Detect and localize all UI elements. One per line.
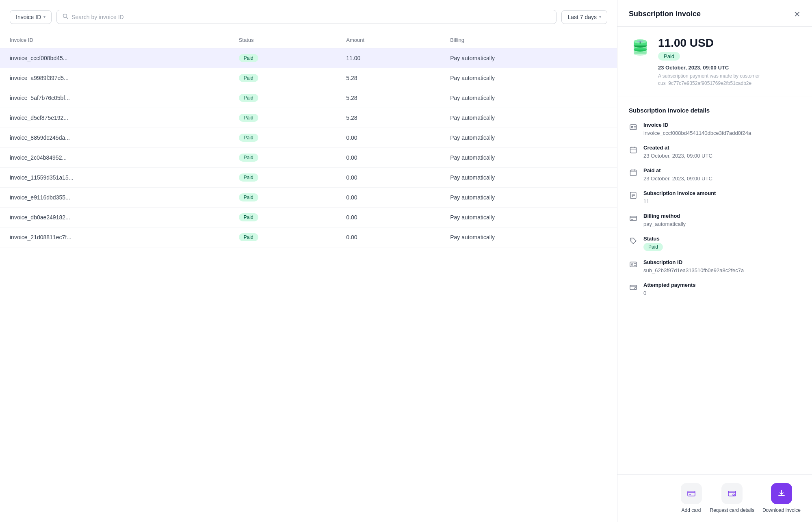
cell-billing: Pay automatically [440,88,617,108]
svg-point-12 [631,126,633,128]
detail-value-7: 0 [643,290,646,296]
detail-label-1: Created at [643,145,801,151]
chevron-down-icon-2: ▾ [599,15,601,19]
cell-amount: 5.28 [336,88,440,108]
col-header-id: Invoice ID [0,32,229,48]
action-bar: Add card Request card details Download i… [617,474,812,522]
add-card-icon [681,483,702,504]
cell-status: Paid [229,188,337,208]
svg-point-43 [733,494,734,496]
detail-label-0: Invoice ID [643,122,801,128]
cell-invoice-id: invoice_11559d351a15... [0,168,229,188]
date-range-label: Last 7 days [567,14,597,20]
detail-row-3: Subscription invoice amount 11 [629,190,801,205]
table-header-row: Invoice ID Status Amount Billing [0,32,617,48]
search-box [56,10,556,24]
detail-icon-tag [629,236,638,245]
detail-value-4: pay_automatically [643,221,686,227]
table-row[interactable]: invoice_11559d351a15... Paid 0.00 Pay au… [0,168,617,188]
svg-point-30 [632,240,632,240]
table-row[interactable]: invoice_5af7b76c05bf... Paid 5.28 Pay au… [0,88,617,108]
detail-label-5: Status [643,236,801,242]
detail-label-7: Attempted payments [643,282,801,288]
cell-billing: Pay automatically [440,208,617,227]
detail-content-0: Invoice ID invoice_cccf008bd4541140dbce3… [643,122,801,136]
detail-icon-calendar [629,168,638,177]
detail-icon-billing [629,214,638,223]
date-range-dropdown[interactable]: Last 7 days ▾ [561,10,607,24]
table-row[interactable]: invoice_d5cf875e192... Paid 5.28 Pay aut… [0,108,617,128]
invoice-id-label: Invoice ID [16,14,41,20]
cell-amount: 0.00 [336,168,440,188]
detail-label-6: Subscription ID [643,259,801,265]
detail-row-4: Billing method pay_automatically [629,213,801,227]
detail-label-2: Paid at [643,167,801,173]
table-row[interactable]: invoice_21d08811ec7f... Paid 0.00 Pay au… [0,227,617,247]
cell-billing: Pay automatically [440,227,617,247]
request-card-details-button[interactable]: Request card details [710,483,754,514]
detail-content-7: Attempted payments 0 [643,282,801,297]
cell-invoice-id: invoice_2c04b84952... [0,148,229,168]
cell-billing: Pay automatically [440,168,617,188]
col-header-amount: Amount [336,32,440,48]
detail-label-4: Billing method [643,213,801,219]
cell-status: Paid [229,68,337,88]
col-header-status: Status [229,32,337,48]
coin-stack-icon: $ [629,37,652,59]
table-row[interactable]: invoice_2c04b84952... Paid 0.00 Pay auto… [0,148,617,168]
add-card-button[interactable]: Add card [681,483,702,514]
cell-invoice-id: invoice_db0ae249182... [0,208,229,227]
detail-content-1: Created at 23 October, 2023, 09:00 UTC [643,145,801,159]
cell-billing: Pay automatically [440,108,617,128]
cell-status: Paid [229,88,337,108]
detail-value-1: 23 October, 2023, 09:00 UTC [643,153,712,159]
invoice-id-dropdown[interactable]: Invoice ID ▾ [10,10,52,24]
cell-status: Paid [229,168,337,188]
svg-point-37 [634,288,636,289]
table-row[interactable]: invoice_e9116dbd355... Paid 0.00 Pay aut… [0,188,617,208]
cell-billing: Pay automatically [440,128,617,148]
chevron-down-icon: ▾ [43,15,45,19]
detail-value-6: sub_62b3f97d1ea313510fb0e92a8c2fec7a [643,267,744,273]
summary-amount: 11.00 USD [658,37,801,50]
cell-amount: 0.00 [336,148,440,168]
summary-description: A subscription payment was made by custo… [658,72,801,87]
cell-billing: Pay automatically [440,48,617,68]
cell-status: Paid [229,48,337,68]
detail-label-3: Subscription invoice amount [643,190,801,196]
cell-amount: 5.28 [336,68,440,88]
cell-invoice-id: invoice_a9989f397d5... [0,68,229,88]
cell-amount: 0.00 [336,208,440,227]
detail-content-4: Billing method pay_automatically [643,213,801,227]
panel-header: Subscription invoice ✕ [617,0,812,27]
table-row[interactable]: invoice_a9989f397d5... Paid 5.28 Pay aut… [0,68,617,88]
download-invoice-button[interactable]: Download invoice [762,483,801,514]
cell-invoice-id: invoice_e9116dbd355... [0,188,229,208]
detail-icon-payment [629,283,638,292]
search-icon [63,13,68,20]
detail-row-7: Attempted payments 0 [629,282,801,297]
cell-status: Paid [229,208,337,227]
cell-amount: 0.00 [336,188,440,208]
detail-icon-id-card [629,260,638,269]
table-row[interactable]: invoice_8859dc245da... Paid 0.00 Pay aut… [0,128,617,148]
cell-billing: Pay automatically [440,188,617,208]
summary-info: 11.00 USD Paid 23 October, 2023, 09:00 U… [658,37,801,87]
table-row[interactable]: invoice_db0ae249182... Paid 0.00 Pay aut… [0,208,617,227]
request-card-label: Request card details [710,507,754,514]
cell-amount: 0.00 [336,227,440,247]
details-section: Subscription invoice details Invoice ID … [617,97,812,474]
cell-amount: 5.28 [336,108,440,128]
svg-rect-27 [630,216,637,221]
search-input[interactable] [71,14,550,20]
detail-value-0: invoice_cccf008bd4541140dbce3fd7add0f24a [643,130,751,136]
svg-point-10 [637,41,643,43]
add-card-label: Add card [682,507,701,514]
svg-line-1 [67,17,68,19]
svg-rect-15 [630,147,637,153]
table-row[interactable]: invoice_cccf008bd45... Paid 11.00 Pay au… [0,48,617,68]
detail-row-2: Paid at 23 October, 2023, 09:00 UTC [629,167,801,182]
close-button[interactable]: ✕ [794,10,801,18]
cell-invoice-id: invoice_d5cf875e192... [0,108,229,128]
svg-rect-38 [688,491,695,496]
